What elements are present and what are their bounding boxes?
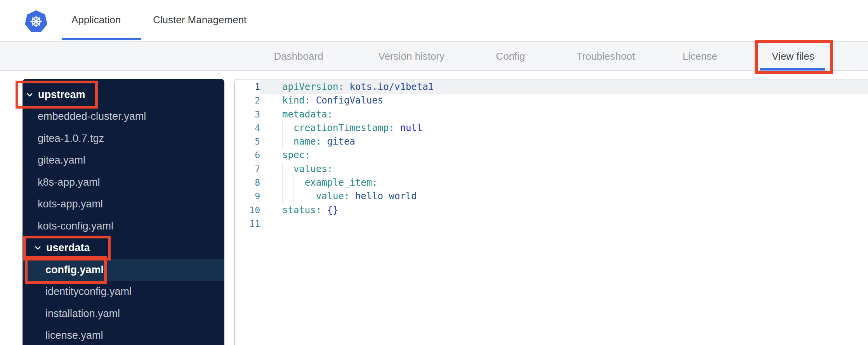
tree-item-label: gitea.yaml bbox=[38, 154, 85, 166]
code-line-11: 11 bbox=[235, 217, 868, 231]
tree-item-gitea-1-0-7-tgz[interactable]: gitea-1.0.7.tgz bbox=[23, 128, 224, 150]
nav-item-view-files[interactable]: View files bbox=[772, 50, 814, 62]
line-number: 1 bbox=[235, 80, 260, 94]
indent-guide bbox=[282, 176, 293, 190]
line-number: 7 bbox=[235, 162, 260, 176]
code-line-2: 2kind: ConfigValues bbox=[235, 94, 868, 107]
app-nav-bar: Dashboard Version history Config Trouble… bbox=[0, 41, 868, 71]
tree-item-kots-app-yaml[interactable]: kots-app.yaml bbox=[23, 193, 224, 216]
tree-item-label: kots-app.yaml bbox=[38, 198, 103, 210]
code-text: metadata: bbox=[260, 108, 868, 121]
tab-application[interactable]: Application bbox=[71, 0, 121, 40]
chevron-down-icon bbox=[26, 93, 33, 97]
token-str: gitea bbox=[321, 136, 355, 147]
line-number: 9 bbox=[235, 190, 260, 203]
tree-item-installation-yaml[interactable]: installation.yaml bbox=[23, 303, 224, 325]
tree-item-k8s-app-yaml[interactable]: k8s-app.yaml bbox=[23, 171, 224, 193]
code-line-10: 10status: {} bbox=[235, 204, 868, 217]
indent-guide bbox=[293, 176, 305, 190]
tree-item-upstream[interactable]: upstream bbox=[23, 84, 224, 106]
line-number: 11 bbox=[235, 217, 260, 231]
token-kw: null bbox=[394, 122, 422, 133]
tree-item-gitea-yaml[interactable]: gitea.yaml bbox=[23, 150, 224, 172]
code-text: value: hello world bbox=[260, 190, 868, 203]
nav-item-troubleshoot[interactable]: Troubleshoot bbox=[576, 50, 635, 62]
line-number: 6 bbox=[235, 148, 260, 162]
token-key: values: bbox=[293, 164, 333, 174]
file-tree-panel: upstreamembedded-cluster.yamlgitea-1.0.7… bbox=[23, 79, 224, 345]
token-key: name: bbox=[293, 136, 321, 147]
line-number: 5 bbox=[235, 135, 260, 148]
code-text: kind: ConfigValues bbox=[260, 94, 868, 107]
indent-guide bbox=[282, 162, 293, 176]
code-text bbox=[260, 217, 868, 231]
token-str: kots.io/v1beta1 bbox=[344, 81, 434, 92]
tree-item-identityconfig-yaml[interactable]: identityconfig.yaml bbox=[23, 281, 224, 303]
tree-item-label: identityconfig.yaml bbox=[45, 286, 132, 298]
nav-item-config[interactable]: Config bbox=[496, 50, 525, 62]
line-number: 10 bbox=[235, 204, 260, 217]
code-line-7: 7values: bbox=[235, 162, 868, 176]
indent-guide bbox=[282, 121, 293, 135]
code-line-5: 5name: gitea bbox=[235, 135, 868, 148]
code-text: creationTimestamp: null bbox=[260, 121, 868, 135]
code-line-8: 8example_item: bbox=[235, 176, 868, 190]
line-number: 3 bbox=[235, 108, 260, 121]
code-line-1: 1apiVersion: kots.io/v1beta1 bbox=[235, 80, 868, 94]
token-key: metadata: bbox=[282, 109, 333, 120]
tree-item-embedded-cluster-yaml[interactable]: embedded-cluster.yaml bbox=[23, 106, 224, 128]
token-kw: {} bbox=[321, 205, 338, 216]
token-str: ConfigValues bbox=[310, 95, 383, 106]
code-text: name: gitea bbox=[260, 135, 868, 148]
active-nav-underline bbox=[760, 68, 825, 71]
code-line-3: 3metadata: bbox=[235, 108, 868, 121]
tree-item-license-yaml[interactable]: license.yaml bbox=[23, 325, 224, 345]
indent-guide bbox=[305, 190, 316, 203]
tree-item-label: config.yaml bbox=[45, 264, 104, 276]
nav-item-license[interactable]: License bbox=[682, 50, 717, 62]
code-text: spec: bbox=[260, 148, 868, 162]
active-tab-underline bbox=[62, 38, 141, 40]
app-header: Application Cluster Management bbox=[0, 0, 868, 41]
code-line-9: 9value: hello world bbox=[235, 190, 868, 203]
token-key: example_item: bbox=[305, 177, 378, 188]
tree-item-label: license.yaml bbox=[45, 329, 103, 342]
tree-item-label: k8s-app.yaml bbox=[38, 176, 100, 188]
tree-item-label: gitea-1.0.7.tgz bbox=[38, 133, 104, 145]
code-text: example_item: bbox=[260, 176, 868, 190]
tree-item-label: kots-config.yaml bbox=[38, 220, 113, 232]
code-text: status: {} bbox=[260, 204, 868, 217]
indent-guide bbox=[282, 135, 293, 148]
indent-guide bbox=[282, 190, 293, 203]
tree-item-label: embedded-cluster.yaml bbox=[38, 110, 146, 122]
token-key: kind: bbox=[282, 95, 310, 106]
code-text: apiVersion: kots.io/v1beta1 bbox=[260, 80, 868, 94]
code-line-6: 6spec: bbox=[235, 148, 868, 162]
kubernetes-logo-icon bbox=[24, 9, 49, 34]
code-text: values: bbox=[260, 162, 868, 176]
token-key: value: bbox=[316, 191, 350, 202]
line-number: 2 bbox=[235, 94, 260, 107]
code-line-4: 4creationTimestamp: null bbox=[235, 121, 868, 135]
tree-item-label: userdata bbox=[46, 242, 90, 254]
token-key: apiVersion: bbox=[282, 81, 344, 92]
chevron-down-icon bbox=[35, 246, 41, 250]
tab-cluster-management[interactable]: Cluster Management bbox=[153, 0, 247, 40]
file-viewer-editor[interactable]: 1apiVersion: kots.io/v1beta12kind: Confi… bbox=[234, 79, 868, 345]
tree-item-kots-config-yaml[interactable]: kots-config.yaml bbox=[23, 215, 224, 237]
tree-item-label: installation.yaml bbox=[45, 308, 120, 320]
tree-item-userdata[interactable]: userdata bbox=[23, 237, 224, 259]
line-number: 4 bbox=[235, 121, 260, 135]
token-str: hello world bbox=[349, 191, 417, 202]
nav-item-version-history[interactable]: Version history bbox=[378, 50, 445, 62]
nav-item-dashboard[interactable]: Dashboard bbox=[274, 50, 323, 62]
tree-item-config-yaml[interactable]: config.yaml bbox=[23, 259, 224, 281]
token-key: creationTimestamp: bbox=[293, 122, 394, 133]
indent-guide bbox=[293, 190, 305, 203]
token-key: spec: bbox=[282, 150, 310, 160]
token-key: status: bbox=[282, 205, 321, 216]
line-number: 8 bbox=[235, 176, 260, 190]
tree-item-label: upstream bbox=[38, 89, 85, 101]
